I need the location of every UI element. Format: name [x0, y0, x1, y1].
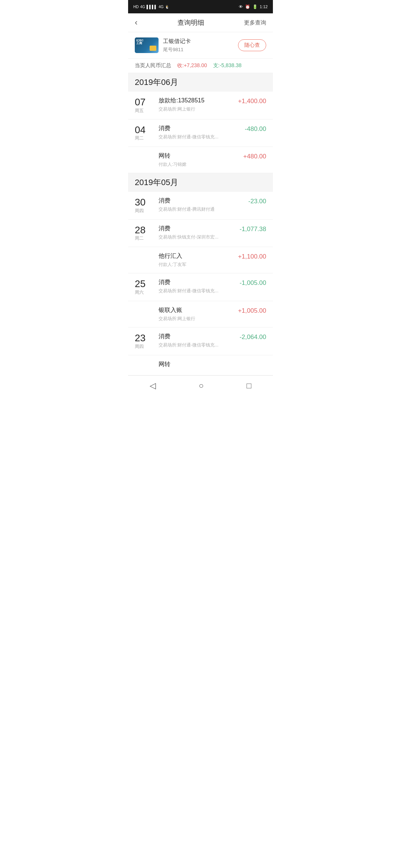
- list-item[interactable]: 网转: [128, 355, 273, 375]
- battery-icon: 🔋: [252, 4, 258, 9]
- tx-date: 04周二: [135, 125, 154, 142]
- recent-nav-button[interactable]: □: [235, 379, 263, 392]
- tx-name: 消费: [159, 333, 233, 341]
- tx-name: 网转: [159, 152, 233, 160]
- tx-name: 他行汇入: [159, 252, 233, 260]
- tx-name: 消费: [159, 279, 233, 286]
- tx-date: 23周四: [135, 333, 154, 350]
- card-name: 工银借记卡: [163, 38, 191, 45]
- summary-income: 收:+7,238.00: [177, 62, 207, 69]
- tx-sub: 交易场所:财付通-微信零钱充...: [159, 342, 233, 348]
- card-chip: [150, 46, 156, 51]
- random-query-button[interactable]: 随心查: [238, 39, 266, 51]
- list-item[interactable]: 30周四消费交易场所:财付通-腾讯财付通-23.00: [128, 192, 273, 220]
- home-nav-button[interactable]: ○: [188, 379, 215, 392]
- tx-sub: 交易场所:财付通-微信零钱充...: [159, 134, 233, 140]
- tx-name: 银联入账: [159, 306, 233, 314]
- tx-amount: +1,005.00: [233, 306, 266, 315]
- list-item[interactable]: 04周二消费交易场所:财付通-微信零钱充...-480.00: [128, 119, 273, 147]
- tx-date: 28周二: [135, 225, 154, 242]
- more-query-button[interactable]: 更多查询: [244, 19, 266, 26]
- list-item[interactable]: 银联入账交易场所:网上银行+1,005.00: [128, 301, 273, 328]
- back-button[interactable]: ‹: [135, 18, 137, 27]
- bank-logo: ICBC工商: [136, 39, 144, 45]
- list-item[interactable]: 网转付款人:习锦嫦+480.00: [128, 147, 273, 173]
- card-info: ICBC工商 工银借记卡 尾号9811: [135, 37, 191, 53]
- list-item[interactable]: 25周六消费交易场所:财付通-微信零钱充...-1,005.00: [128, 273, 273, 301]
- tx-sub: 交易场所:财付通-微信零钱充...: [159, 288, 233, 294]
- page-title: 查询明细: [177, 18, 204, 27]
- tx-name: 网转: [159, 361, 266, 368]
- signal-4g-2: 4G: [159, 5, 163, 9]
- tx-sub: 付款人:习锦嫦: [159, 161, 233, 168]
- tx-date: 25周六: [135, 279, 154, 296]
- card-image: ICBC工商: [135, 37, 159, 53]
- list-item[interactable]: 他行汇入付款人:丁友军+1,100.00: [128, 247, 273, 273]
- eye-icon: 👁: [239, 4, 243, 9]
- bottom-nav: ◁ ○ □: [128, 375, 273, 398]
- summary-row: 当页人民币汇总 收:+7,238.00 支:-5,838.38: [128, 59, 273, 73]
- status-right: 👁 ⏰ 🔋 1:12: [239, 4, 268, 9]
- tx-name: 消费: [159, 225, 233, 233]
- time-display: 1:12: [260, 4, 268, 9]
- tx-name: 消费: [159, 197, 233, 205]
- wechat-icon: 🐧: [165, 5, 169, 9]
- tx-amount: +1,100.00: [233, 252, 266, 260]
- card-header: ICBC工商 工银借记卡 尾号9811 随心查: [128, 32, 273, 59]
- alarm-icon: ⏰: [245, 4, 250, 9]
- list-item[interactable]: 07周五放款给:13528515交易场所:网上银行+1,400.00: [128, 92, 273, 119]
- summary-label: 当页人民币汇总: [135, 62, 171, 69]
- tx-name: 消费: [159, 125, 233, 132]
- tx-date: 07周五: [135, 97, 154, 114]
- status-bar: HD 4G ▌▌▌▌ 4G 🐧 👁 ⏰ 🔋 1:12: [128, 0, 273, 13]
- tx-sub: 付款人:丁友军: [159, 262, 233, 268]
- tx-sub: 交易场所:网上银行: [159, 106, 233, 112]
- signal-4g-1: 4G: [140, 5, 145, 9]
- list-item[interactable]: 23周四消费交易场所:财付通-微信零钱充...-2,064.00: [128, 328, 273, 355]
- hd-badge: HD: [133, 5, 138, 9]
- status-left: HD 4G ▌▌▌▌ 4G 🐧: [133, 5, 169, 9]
- tx-sub: 交易场所:快钱支付-深圳市宏...: [159, 234, 233, 240]
- month-header-0: 2019年06月: [128, 73, 273, 92]
- card-tail-number: 尾号9811: [163, 46, 191, 53]
- list-item[interactable]: 28周二消费交易场所:快钱支付-深圳市宏...-1,077.38: [128, 220, 273, 247]
- tx-date: 30周四: [135, 197, 154, 214]
- tx-amount: +480.00: [233, 152, 266, 160]
- nav-bar: ‹ 查询明细 更多查询: [128, 13, 273, 32]
- transactions-container: 2019年06月07周五放款给:13528515交易场所:网上银行+1,400.…: [128, 73, 273, 375]
- month-header-1: 2019年05月: [128, 173, 273, 192]
- tx-amount: -1,077.38: [233, 225, 266, 233]
- tx-sub: 交易场所:网上银行: [159, 316, 233, 322]
- card-text: 工银借记卡 尾号9811: [163, 38, 191, 53]
- summary-expense: 支:-5,838.38: [213, 62, 242, 69]
- tx-amount: +1,400.00: [233, 97, 266, 105]
- tx-amount: -1,005.00: [233, 279, 266, 287]
- tx-amount: -480.00: [233, 125, 266, 133]
- tx-amount: -2,064.00: [233, 333, 266, 341]
- tx-amount: -23.00: [233, 197, 266, 205]
- tx-name: 放款给:13528515: [159, 97, 233, 105]
- tx-sub: 交易场所:财付通-腾讯财付通: [159, 206, 233, 213]
- back-nav-button[interactable]: ◁: [138, 379, 167, 392]
- signal-bars: ▌▌▌▌: [147, 5, 157, 9]
